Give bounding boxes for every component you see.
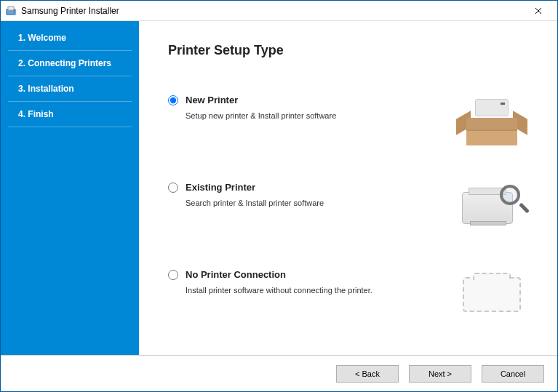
option-no-connection: No Printer Connection Install printer so… — [168, 269, 528, 320]
sidebar-step-installation: 3. Installation — [8, 76, 132, 102]
close-icon — [535, 7, 542, 15]
svg-point-2 — [13, 10, 15, 12]
radio-new-printer[interactable] — [168, 95, 178, 105]
sidebar-step-welcome: 1. Welcome — [8, 25, 132, 51]
option-desc-new: Setup new printer & Install printer soft… — [186, 111, 455, 120]
window-title: Samsung Printer Installer — [21, 6, 524, 16]
next-button[interactable]: Next > — [409, 365, 471, 383]
back-button[interactable]: < Back — [336, 365, 399, 383]
no-connection-icon — [455, 269, 528, 320]
existing-printer-icon — [455, 182, 528, 233]
sidebar-step-connecting: 2. Connecting Printers — [8, 51, 132, 76]
option-label-new: New Printer — [186, 95, 238, 105]
sidebar: 1. Welcome 2. Connecting Printers 3. Ins… — [1, 21, 139, 355]
svg-rect-1 — [8, 7, 14, 10]
page-title: Printer Setup Type — [168, 43, 528, 58]
radio-existing-printer[interactable] — [168, 183, 178, 193]
option-desc-existing: Search printer & Install printer softwar… — [186, 199, 455, 207]
option-desc-none: Install printer software without connect… — [186, 286, 455, 295]
new-printer-icon — [455, 95, 528, 145]
footer: < Back Next > Cancel — [1, 355, 557, 391]
titlebar: Samsung Printer Installer — [1, 1, 557, 21]
option-existing-printer: Existing Printer Search printer & Instal… — [168, 182, 528, 233]
sidebar-step-finish: 4. Finish — [8, 102, 132, 127]
cancel-button[interactable]: Cancel — [482, 365, 544, 383]
close-button[interactable] — [524, 1, 553, 20]
installer-icon — [5, 5, 17, 17]
main-panel: Printer Setup Type New Printer Setup new… — [139, 21, 557, 355]
option-label-existing: Existing Printer — [186, 182, 255, 193]
body-area: 1. Welcome 2. Connecting Printers 3. Ins… — [1, 21, 557, 355]
option-new-printer: New Printer Setup new printer & Install … — [168, 95, 528, 145]
option-label-none: No Printer Connection — [186, 269, 286, 280]
radio-no-connection[interactable] — [168, 270, 178, 280]
